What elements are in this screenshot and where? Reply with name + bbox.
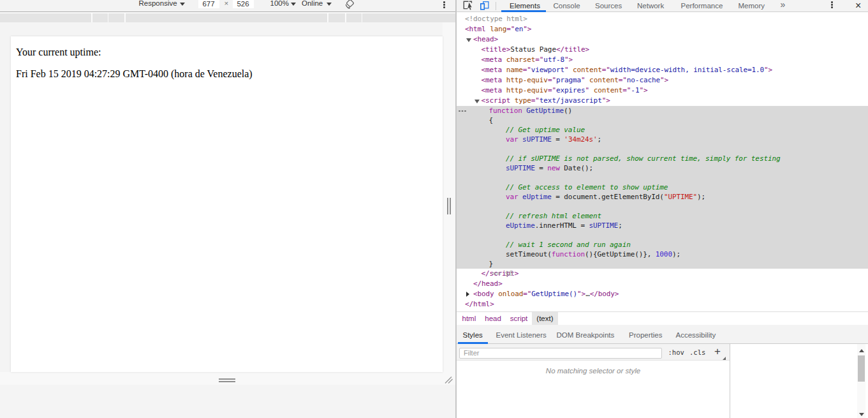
close-devtools-icon[interactable]: × bbox=[855, 0, 861, 11]
script-source-line[interactable]: sUPTIME = new Date(); bbox=[457, 163, 868, 173]
script-source-line[interactable]: var sUPTIME = '34m24s'; bbox=[457, 135, 868, 144]
width-preset-segment[interactable] bbox=[92, 13, 108, 22]
code-token: </head> bbox=[473, 280, 503, 288]
device-toolbar-menu-icon[interactable] bbox=[443, 4, 445, 6]
script-source-line[interactable] bbox=[457, 173, 868, 183]
dom-tree-row[interactable]: <script type="text/javascript"> bbox=[457, 96, 868, 106]
new-style-rule-longpress-icon bbox=[723, 357, 726, 360]
expand-arrow-down-icon[interactable] bbox=[466, 38, 471, 42]
code-token: sUPTIME bbox=[522, 135, 552, 144]
script-source-line[interactable] bbox=[457, 202, 868, 211]
device-width-input[interactable]: 677 bbox=[198, 0, 219, 8]
tab-sources[interactable]: Sources bbox=[595, 1, 622, 10]
styles-filter-input[interactable]: Filter bbox=[459, 348, 662, 359]
scrollbar-thumb[interactable] bbox=[858, 355, 865, 382]
code-token: =" bbox=[548, 86, 556, 94]
zoom-select[interactable]: 100% bbox=[270, 0, 289, 8]
dom-tree-row[interactable]: <!doctype html> bbox=[457, 14, 868, 24]
pane-tab-styles[interactable]: Styles bbox=[463, 331, 483, 340]
device-mode-caret-icon[interactable] bbox=[180, 3, 185, 6]
more-tabs-icon[interactable]: » bbox=[781, 0, 786, 9]
script-source-line[interactable]: // Get uptime value bbox=[457, 125, 868, 135]
script-source-line[interactable]: // refresh html element bbox=[457, 211, 868, 221]
script-source-line[interactable] bbox=[457, 144, 868, 154]
inspect-element-icon[interactable] bbox=[463, 1, 473, 10]
resize-handle-right[interactable] bbox=[447, 198, 451, 214]
code-token: content bbox=[573, 66, 602, 74]
dom-tree-row[interactable]: <meta http-equiv="expires" content="-1"> bbox=[457, 86, 868, 96]
code-token: setTimeout( bbox=[506, 250, 552, 258]
code-token: "> bbox=[660, 76, 668, 84]
pane-tab-accessibility[interactable]: Accessibility bbox=[676, 331, 716, 340]
pane-tab-properties[interactable]: Properties bbox=[629, 331, 662, 340]
pane-tab-dombreakpoints[interactable]: DOM Breakpoints bbox=[557, 331, 615, 340]
zoom-caret-icon[interactable] bbox=[291, 3, 296, 6]
width-preset-segment[interactable] bbox=[108, 13, 124, 22]
code-token: =" bbox=[622, 86, 631, 94]
code-token: // if sUPTIME is not parsed, show curren… bbox=[506, 154, 781, 163]
expand-arrow-down-icon[interactable] bbox=[474, 100, 480, 103]
scrollbar-down-icon[interactable] bbox=[859, 413, 864, 416]
code-token: <head> bbox=[473, 35, 498, 43]
breadcrumb-item[interactable]: html bbox=[458, 312, 481, 325]
device-mode-select[interactable]: Responsive bbox=[139, 0, 177, 8]
code-token: expires bbox=[556, 86, 585, 94]
script-source-line[interactable] bbox=[457, 230, 868, 240]
dom-tree-row[interactable]: <meta http-equiv="pragma" content="no-ca… bbox=[457, 75, 868, 86]
script-source-line[interactable]: // Get access to element to show uptime bbox=[457, 183, 868, 192]
resize-handle-corner[interactable] bbox=[445, 376, 453, 384]
expand-inline-icon[interactable] bbox=[459, 110, 460, 112]
width-preset-segment[interactable] bbox=[346, 13, 362, 22]
code-token: -1 bbox=[631, 86, 639, 94]
throttle-caret-icon[interactable] bbox=[327, 3, 332, 6]
tab-memory[interactable]: Memory bbox=[739, 1, 765, 10]
width-preset-segment[interactable] bbox=[362, 13, 455, 22]
throttle-select[interactable]: Online bbox=[302, 0, 323, 8]
script-source-line[interactable]: eUptime.innerHTML = sUPTIME; bbox=[457, 221, 868, 230]
script-source-line[interactable]: } bbox=[457, 259, 868, 269]
tab-performance[interactable]: Performance bbox=[681, 1, 723, 10]
scrollbar[interactable] bbox=[857, 344, 865, 418]
tab-elements[interactable]: Elements bbox=[510, 1, 540, 10]
dom-tree-row[interactable]: </html> bbox=[457, 299, 868, 310]
dom-tree-row[interactable]: </script>== $0 bbox=[457, 269, 868, 279]
dom-tree-row[interactable]: <body onload="GetUptime()">…</body> bbox=[457, 289, 868, 299]
script-source-line[interactable]: // if sUPTIME is not parsed, show curren… bbox=[457, 154, 868, 163]
dom-tree-row[interactable]: <html lang="en"> bbox=[457, 24, 868, 34]
width-preset-segment[interactable] bbox=[328, 13, 345, 22]
code-token: Status Page bbox=[510, 45, 556, 54]
rotate-device-icon[interactable] bbox=[344, 0, 357, 10]
breadcrumb-item[interactable]: script bbox=[506, 312, 532, 325]
dom-tree-row[interactable]: <meta name="viewport" content="width=dev… bbox=[457, 65, 868, 75]
new-style-rule-button[interactable]: + bbox=[714, 345, 721, 358]
cls-toggle-button[interactable]: .cls bbox=[689, 348, 705, 357]
resize-handle-bottom[interactable] bbox=[219, 378, 235, 382]
device-height-input[interactable]: 526 bbox=[233, 0, 254, 8]
script-source-line[interactable]: function GetUptime() bbox=[457, 106, 868, 116]
pane-tab-eventlisteners[interactable]: Event Listeners bbox=[496, 331, 547, 340]
tab-console[interactable]: Console bbox=[554, 1, 580, 10]
expand-arrow-right-icon[interactable] bbox=[466, 292, 469, 297]
devtools-menu-icon[interactable] bbox=[831, 4, 833, 6]
code-token: "> bbox=[577, 290, 585, 298]
dom-tree-row[interactable]: </head> bbox=[457, 279, 868, 289]
scrollbar-up-icon[interactable] bbox=[859, 349, 864, 352]
dom-tree-row[interactable]: <title>Status Page</title> bbox=[457, 45, 868, 55]
code-token: <script bbox=[482, 96, 515, 105]
code-token: Date(); bbox=[560, 164, 593, 172]
code-token: "> bbox=[639, 86, 647, 94]
script-source-line[interactable]: { bbox=[457, 116, 868, 125]
script-source-line[interactable]: setTimeout(function(){GetUptime()}, 1000… bbox=[457, 250, 868, 259]
toggle-device-toolbar-icon[interactable] bbox=[479, 1, 490, 11]
hov-toggle-button[interactable]: :hov bbox=[668, 348, 684, 357]
breadcrumb-item[interactable]: (text) bbox=[532, 312, 557, 325]
dom-tree-row[interactable]: <head> bbox=[457, 34, 868, 45]
tab-network[interactable]: Network bbox=[637, 1, 664, 10]
width-preset-bar[interactable] bbox=[0, 12, 455, 22]
width-preset-segment[interactable] bbox=[0, 13, 91, 22]
breadcrumb-item[interactable]: head bbox=[480, 312, 506, 325]
script-source-line[interactable]: // wait 1 second and run again bbox=[457, 240, 868, 250]
script-source-line[interactable]: var eUptime = document.getElementById("U… bbox=[457, 192, 868, 202]
width-preset-segment[interactable] bbox=[126, 13, 327, 22]
dom-tree-row[interactable]: <meta charset="utf-8"> bbox=[457, 55, 868, 65]
